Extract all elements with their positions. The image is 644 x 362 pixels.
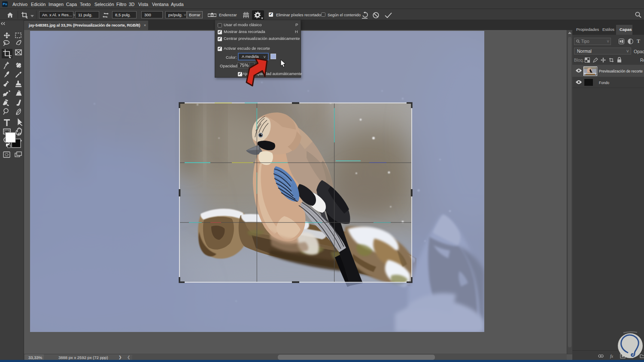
svg-text:fx: fx (610, 354, 614, 359)
